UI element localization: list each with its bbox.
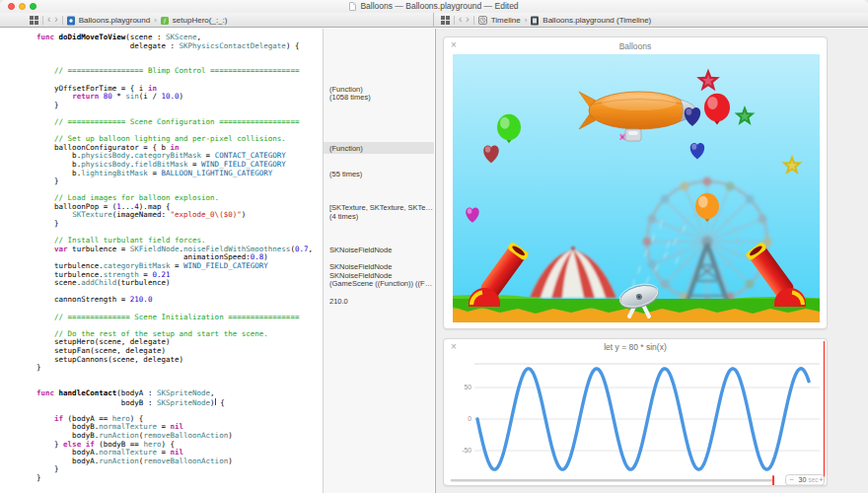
jump-bar-left: ‹ › Balloons.playground › f setupHero(_:… (0, 13, 434, 28)
breadcrumb-file[interactable]: Balloons.playground (79, 16, 151, 25)
result-value[interactable]: (Function) (324, 142, 434, 154)
divider (454, 16, 455, 25)
stepper-minus-button[interactable]: − (789, 475, 794, 484)
divider (473, 16, 474, 25)
code-line[interactable]: SKTexture(imageNamed: "explode_0\($0)") (36, 211, 323, 220)
timeline-pane: × Balloons (435, 29, 868, 493)
code-line[interactable]: } (36, 220, 323, 229)
graph-card: × let y = 80 * sin(x) 500-50−30sec+ (443, 338, 828, 486)
jump-bar: ‹ › Balloons.playground › f setupHero(_:… (0, 13, 868, 28)
code-line[interactable]: bodyA.runAction(removeBalloonAction) (36, 458, 323, 466)
divider (62, 16, 63, 25)
code-line[interactable]: bodyB : SKSpriteNode) { (36, 398, 323, 407)
breadcrumb-symbol[interactable]: setupHero(_:_:) (173, 16, 228, 25)
document-icon (349, 2, 356, 11)
code-line[interactable]: setupCannons(scene, delegate) (36, 356, 323, 365)
editor-area: func doDidMoveToView(scene : SKScene, de… (0, 29, 868, 493)
code-line[interactable]: } (36, 474, 323, 483)
window-title-row: Balloons — Balloons.playground — Edited (0, 1, 868, 11)
code-line[interactable] (36, 50, 323, 59)
result-value[interactable]: (55 times) (324, 168, 434, 179)
code-editor[interactable]: func doDidMoveToView(scene : SKScene, de… (0, 29, 323, 493)
code-line[interactable]: delegate : SKPhysicsContactDelegate) { (36, 42, 323, 51)
value-history-graph: 500-50−30sec+ (444, 339, 827, 485)
back-icon[interactable]: ‹ (459, 15, 462, 25)
code-line[interactable]: } (36, 364, 323, 373)
forward-icon[interactable]: › (466, 15, 469, 25)
window-title: Balloons — Balloons.playground — Edited (360, 1, 518, 11)
code-line[interactable]: // ============= Scene Configuration ===… (36, 118, 323, 127)
balloons-scene (453, 54, 820, 322)
forward-icon[interactable]: › (54, 15, 57, 25)
live-view-card: × Balloons (443, 36, 828, 329)
result-value[interactable]: 210.0 (324, 295, 434, 307)
code-line[interactable]: } (36, 177, 323, 186)
results-sidebar: (Function)(1058 times)(Function)(55 time… (323, 29, 434, 493)
y-tick-label: 50 (464, 384, 471, 390)
breadcrumb-separator: › (154, 16, 157, 25)
code-line[interactable]: b.lightingBitMask = BALLOON_LIGHTING_CAT… (36, 170, 323, 178)
stepper-value: 30 (799, 476, 807, 483)
timeline-clock-icon (478, 16, 487, 25)
code-line[interactable]: // ================= Blimp Control =====… (36, 67, 323, 76)
breadcrumb-timeline[interactable]: Timeline (491, 16, 521, 25)
stepper-unit: sec (809, 476, 819, 483)
xcode-window: Balloons — Balloons.playground — Edited … (0, 0, 868, 493)
result-value[interactable]: SKNoiseFieldNode (324, 245, 434, 256)
titlebar: Balloons — Balloons.playground — Edited (0, 0, 868, 13)
live-view-title: Balloons (444, 41, 827, 51)
related-items-icon[interactable] (441, 16, 450, 25)
timeline-playhead[interactable] (772, 475, 774, 485)
blimp-gondola (625, 129, 641, 141)
code-line[interactable] (36, 373, 323, 382)
stepper-plus-button[interactable]: + (819, 475, 824, 484)
code-line[interactable]: } (36, 102, 323, 110)
back-icon[interactable]: ‹ (47, 15, 50, 25)
y-tick-label: -50 (462, 447, 471, 454)
result-value[interactable]: (4 times) (324, 210, 434, 222)
function-icon: f (161, 17, 169, 25)
y-tick-label: 0 (468, 415, 471, 422)
timeline-doc-icon (531, 16, 539, 26)
code-line[interactable]: } (36, 465, 323, 474)
breadcrumb-separator: › (525, 16, 528, 25)
jump-bar-right: ‹ › Timeline › Balloons.playground (Time… (435, 13, 868, 28)
code-line[interactable]: return 80 * sin(i / 10.0) (36, 93, 323, 102)
code-line[interactable]: cannonStrength = 210.0 (36, 296, 323, 305)
related-items-icon[interactable] (30, 16, 38, 25)
result-value[interactable]: (1058 times) (324, 92, 434, 104)
breadcrumb-timeline-doc[interactable]: Balloons.playground (Timeline) (542, 16, 651, 25)
divider (42, 16, 43, 25)
result-value[interactable]: (GameScene ((Function)) ((F… (324, 278, 434, 290)
code-line[interactable]: scene.addChild(turbulence) (36, 279, 323, 288)
code-line[interactable]: // ============== Scene Initialization =… (36, 314, 323, 322)
playground-file-icon (67, 16, 75, 26)
source-editor-pane: func doDidMoveToView(scene : SKScene, de… (0, 29, 434, 493)
